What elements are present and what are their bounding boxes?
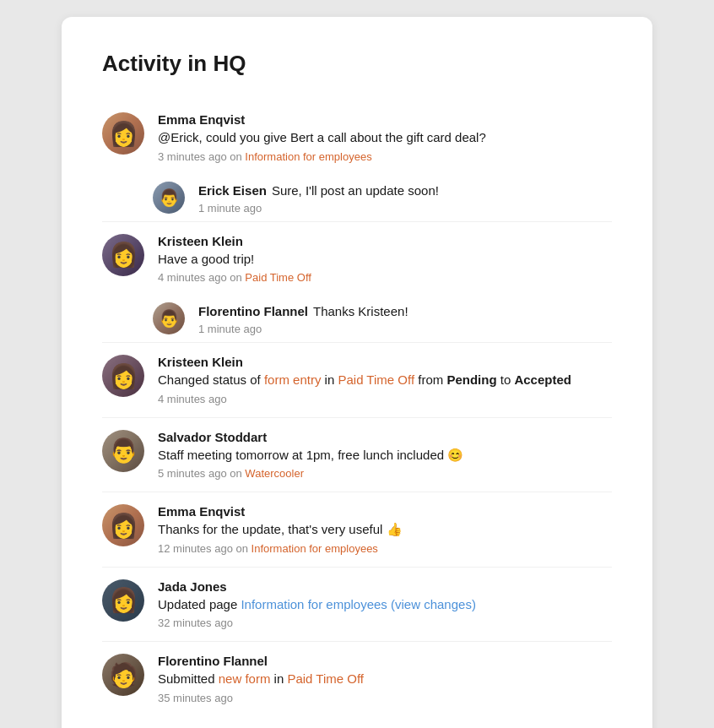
list-item: 🧑 Florentino Flannel Submitted new form … <box>102 642 612 716</box>
activity-header: Florentino Flannel Thanks Kristeen! <box>198 302 612 320</box>
avatar: 👨 <box>102 430 144 472</box>
avatar: 👩 <box>102 112 144 155</box>
activity-header: Erick Eisen Sure, I'll post an update so… <box>198 182 612 199</box>
activity-content: Florentino Flannel Submitted new form in… <box>158 654 612 704</box>
list-item: 👩 Kristeen Klein Have a good trip! 4 min… <box>102 222 612 296</box>
avatar: 🧑 <box>102 654 144 696</box>
paid-time-off-link[interactable]: Paid Time Off <box>338 372 414 387</box>
activity-list: 👩 Emma Enqvist @Erick, could you give Be… <box>102 101 612 716</box>
list-item: 👨 Florentino Flannel Thanks Kristeen! 1 … <box>102 296 612 342</box>
user-name: Emma Enqvist <box>158 112 612 127</box>
activity-message: Have a good trip! <box>158 250 612 269</box>
activity-content: Kristeen Klein Changed status of form en… <box>158 355 612 405</box>
user-name: Jada Jones <box>158 579 612 594</box>
user-name: Emma Enqvist <box>158 504 612 519</box>
page-link[interactable]: Information for employees (view changes) <box>241 597 475 611</box>
meta-link[interactable]: Watercooler <box>245 467 304 480</box>
activity-meta: 5 minutes ago on Watercooler <box>158 467 612 480</box>
activity-card: Activity in HQ 👩 Emma Enqvist @Erick, co… <box>62 17 652 728</box>
list-item: 👩 Kristeen Klein Changed status of form … <box>102 343 612 417</box>
list-item: 👩 Emma Enqvist Thanks for the update, th… <box>102 492 612 567</box>
reply-message: Sure, I'll post an update soon! <box>272 182 439 199</box>
activity-message: Staff meeting tomorrow at 1pm, free lunc… <box>158 446 612 465</box>
activity-meta: 32 minutes ago <box>158 617 612 629</box>
meta-link[interactable]: Information for employees <box>252 542 378 555</box>
activity-message: @Erick, could you give Bert a call about… <box>158 128 612 148</box>
activity-message: Changed status of form entry in Paid Tim… <box>158 371 612 390</box>
activity-message: Updated page Information for employees (… <box>158 595 612 615</box>
new-form-link[interactable]: new form <box>219 671 271 686</box>
user-name: Kristeen Klein <box>158 234 612 248</box>
form-entry-link[interactable]: form entry <box>264 372 322 387</box>
activity-content: Emma Enqvist Thanks for the update, that… <box>158 504 612 555</box>
user-name: Salvador Stoddart <box>158 430 612 444</box>
user-name: Erick Eisen <box>198 182 267 199</box>
avatar: 👩 <box>102 504 144 546</box>
list-item: 👨 Salvador Stoddart Staff meeting tomorr… <box>102 418 612 492</box>
avatar: 👩 <box>102 355 144 397</box>
avatar: 👨 <box>153 182 185 214</box>
activity-meta: 1 minute ago <box>198 202 612 215</box>
activity-meta: 12 minutes ago on Information for employ… <box>158 542 612 555</box>
reply-message: Thanks Kristeen! <box>313 302 408 320</box>
avatar: 👩 <box>102 234 144 276</box>
list-item: 👩 Emma Enqvist @Erick, could you give Be… <box>102 101 612 175</box>
paid-time-off-link[interactable]: Paid Time Off <box>287 671 364 686</box>
activity-content: Emma Enqvist @Erick, could you give Bert… <box>158 112 612 163</box>
page-title: Activity in HQ <box>102 51 612 77</box>
list-item: 👩 Jada Jones Updated page Information fo… <box>102 568 612 642</box>
user-name: Kristeen Klein <box>158 355 612 369</box>
meta-link[interactable]: Information for employees <box>245 150 371 163</box>
meta-link[interactable]: Paid Time Off <box>245 271 311 284</box>
user-name: Florentino Flannel <box>198 302 308 320</box>
avatar: 👨 <box>153 302 185 334</box>
activity-content: Salvador Stoddart Staff meeting tomorrow… <box>158 430 612 481</box>
activity-meta: 35 minutes ago <box>158 692 612 704</box>
avatar: 👩 <box>102 579 144 622</box>
activity-message: Thanks for the update, that's very usefu… <box>158 520 612 540</box>
activity-meta: 1 minute ago <box>198 323 612 335</box>
activity-content: Erick Eisen Sure, I'll post an update so… <box>198 182 612 215</box>
user-name: Florentino Flannel <box>158 654 612 668</box>
activity-meta: 4 minutes ago on Paid Time Off <box>158 271 612 284</box>
activity-content: Jada Jones Updated page Information for … <box>158 579 612 630</box>
activity-message: Submitted new form in Paid Time Off <box>158 670 612 689</box>
list-item: 👨 Erick Eisen Sure, I'll post an update … <box>102 175 612 221</box>
activity-meta: 4 minutes ago <box>158 393 612 405</box>
activity-content: Kristeen Klein Have a good trip! 4 minut… <box>158 234 612 285</box>
activity-content: Florentino Flannel Thanks Kristeen! 1 mi… <box>198 302 612 335</box>
activity-meta: 3 minutes ago on Information for employe… <box>158 150 612 163</box>
